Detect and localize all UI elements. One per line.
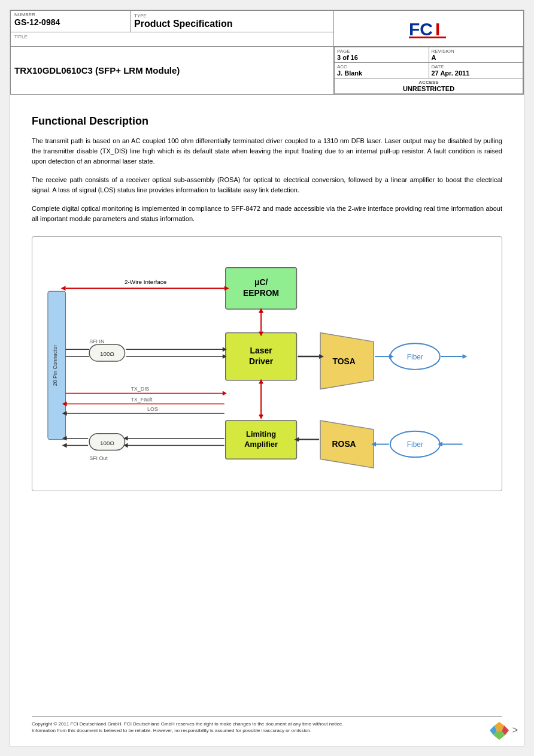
svg-text:μC/: μC/ bbox=[254, 278, 268, 288]
bottom-nav: > bbox=[489, 719, 518, 741]
paragraph-1: The transmit path is based on an AC coup… bbox=[32, 136, 502, 167]
connector-label: 20 Pin Connector bbox=[52, 345, 58, 386]
svg-text:100Ω: 100Ω bbox=[100, 350, 114, 357]
block-diagram: 20 Pin Connector μC/ EEPROM 2-Wire Inter… bbox=[32, 236, 502, 491]
section-title: Functional Description bbox=[32, 115, 502, 128]
diagram-svg: 20 Pin Connector μC/ EEPROM 2-Wire Inter… bbox=[42, 249, 492, 476]
tx-fault-label: TX_Fault bbox=[131, 397, 153, 403]
svg-text:Laser: Laser bbox=[250, 346, 273, 355]
fiber2-label: Fiber bbox=[407, 441, 423, 449]
fci-logo: FC I bbox=[408, 16, 450, 40]
page: NUMBER GS-12-0984 TYPE Product Specifica… bbox=[10, 10, 524, 746]
tx-dis-label: TX_DIS bbox=[131, 386, 149, 392]
tosa-label: TOSA bbox=[333, 356, 356, 366]
sfi-out-label: SFI Out bbox=[89, 456, 108, 462]
access-value: UNRESTRICTED bbox=[403, 85, 454, 92]
next-arrow[interactable]: > bbox=[512, 725, 518, 736]
svg-text:100Ω: 100Ω bbox=[100, 440, 114, 446]
content-area: Functional Description The transmit path… bbox=[10, 95, 524, 518]
revision-label: REVISION bbox=[432, 49, 521, 54]
revision-value: A bbox=[432, 54, 521, 61]
access-label: ACCESS bbox=[338, 80, 519, 85]
footer-line1: Copyright © 2011 FCI Deutschland GmbH. F… bbox=[32, 721, 502, 727]
paragraph-2: The receive path consists of a receiver … bbox=[32, 175, 502, 195]
svg-marker-33 bbox=[223, 391, 227, 396]
svg-rect-2 bbox=[409, 37, 446, 38]
date-value: 27 Apr. 2011 bbox=[432, 69, 521, 77]
type-label: TYPE bbox=[134, 13, 330, 19]
header-table: NUMBER GS-12-0984 TYPE Product Specifica… bbox=[10, 10, 524, 95]
number-label: NUMBER bbox=[14, 12, 126, 17]
page-label: PAGE bbox=[337, 49, 426, 54]
svg-marker-39 bbox=[259, 415, 263, 419]
svg-text:Driver: Driver bbox=[249, 356, 274, 366]
svg-text:Limiting: Limiting bbox=[246, 430, 276, 439]
title-label: TITLE bbox=[14, 34, 28, 40]
svg-text:I: I bbox=[435, 19, 440, 39]
wire-interface-label: 2-Wire Interface bbox=[125, 279, 167, 286]
svg-marker-8 bbox=[61, 286, 66, 291]
fiber1-label: Fiber bbox=[407, 353, 423, 361]
svg-marker-61 bbox=[62, 443, 67, 448]
los-label: LOS bbox=[147, 406, 158, 412]
svg-text:EEPROM: EEPROM bbox=[243, 289, 279, 298]
paragraph-3: Complete digital optical monitoring is i… bbox=[32, 204, 502, 224]
footer: Copyright © 2011 FCI Deutschland GmbH. F… bbox=[32, 716, 502, 734]
sfi-in-label: SFI IN bbox=[89, 339, 104, 345]
date-label: DATE bbox=[432, 64, 521, 69]
brand-logo-icon bbox=[489, 719, 510, 741]
rosa-label: ROSA bbox=[332, 440, 356, 449]
acc-value: J. Blank bbox=[337, 69, 426, 77]
number-value: GS-12-0984 bbox=[14, 17, 60, 27]
page-value: 3 of 16 bbox=[337, 54, 426, 61]
acc-label: ACC bbox=[337, 64, 426, 69]
footer-line2: Information from this document is believ… bbox=[32, 727, 502, 734]
svg-text:Amplifier: Amplifier bbox=[244, 440, 278, 449]
type-value: Product Specification bbox=[134, 19, 232, 29]
svg-marker-21 bbox=[389, 354, 394, 359]
doc-title: TRX10GDL0610C3 (SFP+ LRM Module) bbox=[14, 65, 180, 75]
svg-text:FC: FC bbox=[409, 19, 433, 39]
svg-marker-23 bbox=[463, 354, 468, 359]
